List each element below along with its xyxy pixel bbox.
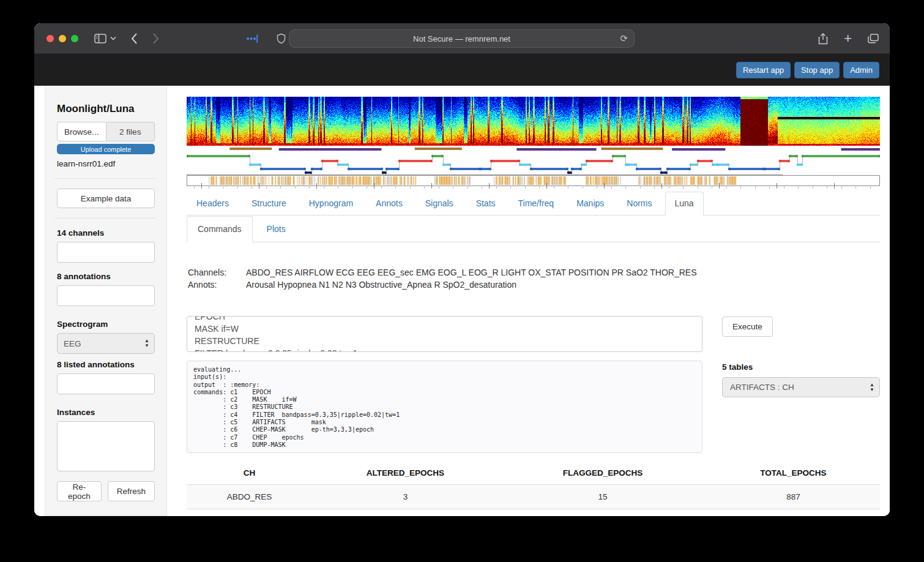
tab-manips[interactable]: Manips xyxy=(567,192,614,215)
artifacts-results-table: CH ALTERED_EPOCHS FLAGGED_EPOCHS TOTAL_E… xyxy=(187,462,880,516)
command-line: EPOCH xyxy=(195,316,702,323)
re-epoch-button[interactable]: Re-epoch xyxy=(57,481,102,501)
browser-window: •••⎸ Not Secure — remnrem.net ⟳ + Restar… xyxy=(34,23,890,516)
upload-progress-bar: Upload complete xyxy=(57,144,155,154)
app-header: Restart app Stop app Admin xyxy=(34,54,890,86)
tables-count-label: 5 tables xyxy=(722,362,753,372)
listed-annotations-label: 8 listed annotations xyxy=(57,360,155,369)
subtab-plots[interactable]: Plots xyxy=(256,216,297,242)
restart-app-button[interactable]: Restart app xyxy=(736,62,791,78)
address-bar-text: Not Secure — remnrem.net xyxy=(413,34,510,43)
divider xyxy=(54,178,157,179)
example-data-button[interactable]: Example data xyxy=(57,189,155,208)
extension-icon[interactable]: •••⎸ xyxy=(247,34,266,43)
output-table-select[interactable]: ARTIFACTS : CH ▲▼ xyxy=(722,377,880,397)
refresh-button[interactable]: Refresh xyxy=(108,481,155,501)
channels-select-input[interactable] xyxy=(57,242,155,263)
close-window-button[interactable] xyxy=(47,35,54,42)
tab-stats[interactable]: Stats xyxy=(466,192,505,215)
main-content: Headers Structure Hypnogram Annots Signa… xyxy=(187,97,880,516)
table-row[interactable]: AIRFLOW 5 0 887 xyxy=(187,509,880,516)
tab-signals[interactable]: Signals xyxy=(415,192,463,215)
main-tab-bar: Headers Structure Hypnogram Annots Signa… xyxy=(187,191,880,215)
instances-list[interactable] xyxy=(57,421,155,471)
dataset-summary: Channels: ABDO_RES AIRFLOW ECG EEG EEG_s… xyxy=(188,266,697,291)
tab-headers[interactable]: Headers xyxy=(187,192,239,215)
tab-overview-icon[interactable] xyxy=(868,34,879,43)
privacy-shield-icon[interactable] xyxy=(277,33,286,44)
divider xyxy=(54,218,157,219)
channels-count-label: 14 channels xyxy=(57,228,155,238)
select-stepper-icon: ▲▼ xyxy=(144,339,149,348)
zoom-window-button[interactable] xyxy=(71,35,78,42)
listed-annotations-input[interactable] xyxy=(57,373,155,394)
forward-button[interactable] xyxy=(152,33,159,44)
tab-hypnogram[interactable]: Hypnogram xyxy=(299,192,363,215)
tab-luna[interactable]: Luna xyxy=(665,192,704,215)
channels-label: Channels: xyxy=(188,266,246,279)
instances-label: Instances xyxy=(57,408,155,417)
annotations-count-label: 8 annotations xyxy=(57,272,155,281)
tab-timefreq[interactable]: Time/freq xyxy=(509,192,564,215)
reload-icon[interactable]: ⟳ xyxy=(620,33,628,44)
address-bar[interactable]: Not Secure — remnrem.net ⟳ xyxy=(289,29,635,48)
subtab-commands[interactable]: Commands xyxy=(187,216,253,242)
tab-annots[interactable]: Annots xyxy=(366,192,412,215)
luna-subtab-bar: Commands Plots xyxy=(187,215,880,242)
command-line: MASK if=W xyxy=(195,323,702,335)
spectrogram-hypnogram-strip[interactable] xyxy=(187,97,880,189)
sidebar: Moonlight/Luna Browse... 2 files Upload … xyxy=(45,86,167,516)
chevron-down-icon[interactable] xyxy=(110,36,116,40)
back-button[interactable] xyxy=(131,33,138,44)
tab-structure[interactable]: Structure xyxy=(242,192,296,215)
spectrogram-channel-select[interactable]: EEG ▲▼ xyxy=(57,333,155,354)
command-line: RESTRUCTURE xyxy=(195,335,702,347)
sidebar-toggle-icon[interactable] xyxy=(94,34,106,43)
browse-button[interactable]: Browse... xyxy=(57,122,106,141)
table-header-row: CH ALTERED_EPOCHS FLAGGED_EPOCHS TOTAL_E… xyxy=(187,462,880,484)
luna-console-output: evaluating...input(s):output : :memory:c… xyxy=(187,361,702,453)
admin-button[interactable]: Admin xyxy=(843,62,879,78)
channels-list: ABDO_RES AIRFLOW ECG EEG EEG_sec EMG EOG… xyxy=(246,266,697,279)
loaded-file-name: learn-nsrr01.edf xyxy=(57,159,155,168)
command-line: FILTER bandpass=0.3,35 ripple=0.02 tw=1 xyxy=(195,347,702,352)
share-icon[interactable] xyxy=(818,33,828,45)
minimize-window-button[interactable] xyxy=(59,35,66,42)
app-title: Moonlight/Luna xyxy=(57,103,155,115)
annots-list: Arousal Hypopnea N1 N2 N3 Obstructive_Ap… xyxy=(246,279,516,291)
browser-toolbar: •••⎸ Not Secure — remnrem.net ⟳ + xyxy=(34,23,890,54)
tab-norms[interactable]: Norms xyxy=(617,192,661,215)
stop-app-button[interactable]: Stop app xyxy=(794,62,840,78)
annotations-select-input[interactable] xyxy=(57,285,155,306)
select-stepper-icon: ▲▼ xyxy=(870,383,874,392)
table-row[interactable]: ABDO_RES 3 15 887 xyxy=(187,484,880,509)
luna-command-textarea[interactable]: EPOCH MASK if=W RESTRUCTURE FILTER bandp… xyxy=(187,316,702,352)
traffic-lights xyxy=(47,35,78,42)
files-count-chip: 2 files xyxy=(106,122,155,141)
annots-label: Annots: xyxy=(188,279,246,291)
execute-button[interactable]: Execute xyxy=(722,317,773,337)
new-tab-icon[interactable]: + xyxy=(844,31,852,47)
spectrogram-label: Spectrogram xyxy=(57,320,155,329)
